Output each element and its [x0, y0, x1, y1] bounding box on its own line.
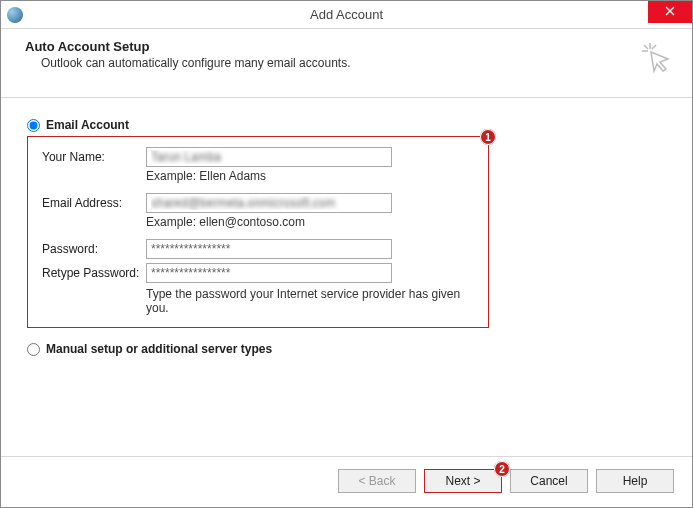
- close-icon: [665, 4, 675, 19]
- email-input[interactable]: [146, 193, 392, 213]
- wizard-header: Auto Account Setup Outlook can automatic…: [1, 29, 692, 98]
- titlebar: Add Account: [1, 1, 692, 29]
- retype-password-row: Retype Password:: [42, 263, 474, 283]
- email-account-label: Email Account: [46, 118, 129, 132]
- retype-password-input[interactable]: [146, 263, 392, 283]
- window-title: Add Account: [1, 7, 692, 22]
- app-icon: [7, 7, 23, 23]
- email-label: Email Address:: [42, 196, 146, 210]
- header-subtitle: Outlook can automatically configure many…: [41, 56, 351, 70]
- cursor-click-icon: [638, 39, 674, 79]
- email-row: Email Address:: [42, 193, 474, 213]
- email-account-radio-input[interactable]: [27, 119, 40, 132]
- next-button-wrap: Next > 2: [424, 469, 502, 493]
- email-account-form: 1 Your Name: Example: Ellen Adams Email …: [27, 136, 489, 328]
- cancel-button[interactable]: Cancel: [510, 469, 588, 493]
- close-button[interactable]: [648, 1, 692, 23]
- callout-badge-1: 1: [480, 129, 496, 145]
- password-input[interactable]: [146, 239, 392, 259]
- password-label: Password:: [42, 242, 146, 256]
- next-button[interactable]: Next >: [424, 469, 502, 493]
- email-example: Example: ellen@contoso.com: [146, 215, 474, 229]
- header-text: Auto Account Setup Outlook can automatic…: [25, 39, 351, 70]
- name-input[interactable]: [146, 147, 392, 167]
- wizard-content: Email Account 1 Your Name: Example: Elle…: [1, 98, 692, 456]
- manual-setup-radio-input[interactable]: [27, 343, 40, 356]
- manual-setup-radio[interactable]: Manual setup or additional server types: [27, 342, 666, 356]
- back-button: < Back: [338, 469, 416, 493]
- add-account-window: Add Account Auto Account Setup Outlook c…: [0, 0, 693, 508]
- name-label: Your Name:: [42, 150, 146, 164]
- name-example: Example: Ellen Adams: [146, 169, 474, 183]
- password-hint: Type the password your Internet service …: [146, 287, 474, 315]
- manual-setup-label: Manual setup or additional server types: [46, 342, 272, 356]
- retype-password-label: Retype Password:: [42, 266, 146, 280]
- button-bar: < Back Next > 2 Cancel Help: [1, 456, 692, 507]
- help-button[interactable]: Help: [596, 469, 674, 493]
- callout-badge-2: 2: [494, 461, 510, 477]
- email-account-radio[interactable]: Email Account: [27, 118, 666, 132]
- password-row: Password:: [42, 239, 474, 259]
- name-row: Your Name:: [42, 147, 474, 167]
- header-title: Auto Account Setup: [25, 39, 351, 54]
